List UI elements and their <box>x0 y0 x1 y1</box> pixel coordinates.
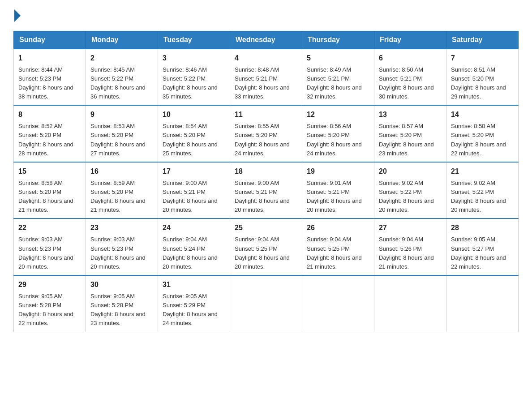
day-info: Sunrise: 9:03 AMSunset: 5:23 PMDaylight:… <box>90 236 146 270</box>
day-info: Sunrise: 8:57 AMSunset: 5:20 PMDaylight:… <box>379 123 434 156</box>
day-info: Sunrise: 8:58 AMSunset: 5:20 PMDaylight:… <box>18 180 73 213</box>
day-cell: 11 Sunrise: 8:55 AMSunset: 5:20 PMDaylig… <box>230 105 302 162</box>
day-cell: 13 Sunrise: 8:57 AMSunset: 5:20 PMDaylig… <box>374 105 446 162</box>
day-info: Sunrise: 8:52 AMSunset: 5:20 PMDaylight:… <box>18 123 73 156</box>
day-cell <box>374 275 446 332</box>
day-cell: 5 Sunrise: 8:49 AMSunset: 5:21 PMDayligh… <box>302 49 374 106</box>
day-cell: 7 Sunrise: 8:51 AMSunset: 5:20 PMDayligh… <box>446 49 519 106</box>
day-cell: 19 Sunrise: 9:01 AMSunset: 5:21 PMDaylig… <box>302 162 374 219</box>
day-number: 10 <box>163 109 225 120</box>
day-number: 13 <box>379 109 442 120</box>
day-number: 17 <box>163 166 225 177</box>
week-row-4: 22 Sunrise: 9:03 AMSunset: 5:23 PMDaylig… <box>14 218 519 275</box>
day-cell: 3 Sunrise: 8:46 AMSunset: 5:22 PMDayligh… <box>158 49 230 106</box>
day-info: Sunrise: 8:59 AMSunset: 5:20 PMDaylight:… <box>90 180 146 213</box>
day-info: Sunrise: 8:56 AMSunset: 5:20 PMDaylight:… <box>307 123 362 156</box>
day-number: 28 <box>451 223 514 233</box>
day-cell: 10 Sunrise: 8:54 AMSunset: 5:20 PMDaylig… <box>158 105 230 162</box>
day-number: 7 <box>451 53 514 64</box>
day-cell: 4 Sunrise: 8:48 AMSunset: 5:21 PMDayligh… <box>230 49 302 106</box>
day-cell: 15 Sunrise: 8:58 AMSunset: 5:20 PMDaylig… <box>14 162 86 219</box>
logo-triangle-icon <box>14 9 21 22</box>
day-number: 8 <box>18 109 81 120</box>
day-cell: 17 Sunrise: 9:00 AMSunset: 5:21 PMDaylig… <box>158 162 230 219</box>
day-cell: 20 Sunrise: 9:02 AMSunset: 5:22 PMDaylig… <box>374 162 446 219</box>
day-number: 26 <box>307 223 369 233</box>
day-cell: 25 Sunrise: 9:04 AMSunset: 5:25 PMDaylig… <box>230 218 302 275</box>
day-info: Sunrise: 9:04 AMSunset: 5:25 PMDaylight:… <box>307 236 362 270</box>
day-cell: 14 Sunrise: 8:58 AMSunset: 5:20 PMDaylig… <box>446 105 519 162</box>
day-cell <box>302 275 374 332</box>
day-number: 21 <box>451 166 514 177</box>
day-cell: 12 Sunrise: 8:56 AMSunset: 5:20 PMDaylig… <box>302 105 374 162</box>
day-cell <box>446 275 519 332</box>
day-info: Sunrise: 8:58 AMSunset: 5:20 PMDaylight:… <box>451 123 506 156</box>
day-info: Sunrise: 9:05 AMSunset: 5:27 PMDaylight:… <box>451 236 506 270</box>
day-number: 5 <box>307 53 369 64</box>
week-row-5: 29 Sunrise: 9:05 AMSunset: 5:28 PMDaylig… <box>14 275 519 332</box>
calendar-header-row: SundayMondayTuesdayWednesdayThursdayFrid… <box>14 31 519 49</box>
day-cell: 29 Sunrise: 9:05 AMSunset: 5:28 PMDaylig… <box>14 275 86 332</box>
logo <box>13 9 21 22</box>
day-info: Sunrise: 9:04 AMSunset: 5:26 PMDaylight:… <box>379 236 434 270</box>
day-cell: 22 Sunrise: 9:03 AMSunset: 5:23 PMDaylig… <box>14 218 86 275</box>
col-header-tuesday: Tuesday <box>158 31 230 49</box>
day-cell: 9 Sunrise: 8:53 AMSunset: 5:20 PMDayligh… <box>86 105 158 162</box>
day-cell: 30 Sunrise: 9:05 AMSunset: 5:28 PMDaylig… <box>86 275 158 332</box>
day-info: Sunrise: 8:46 AMSunset: 5:22 PMDaylight:… <box>163 66 218 100</box>
day-number: 31 <box>163 279 225 290</box>
day-info: Sunrise: 8:54 AMSunset: 5:20 PMDaylight:… <box>163 123 218 156</box>
week-row-3: 15 Sunrise: 8:58 AMSunset: 5:20 PMDaylig… <box>14 162 519 219</box>
day-cell: 6 Sunrise: 8:50 AMSunset: 5:21 PMDayligh… <box>374 49 446 106</box>
week-row-1: 1 Sunrise: 8:44 AMSunset: 5:23 PMDayligh… <box>14 49 519 106</box>
day-cell: 28 Sunrise: 9:05 AMSunset: 5:27 PMDaylig… <box>446 218 519 275</box>
day-info: Sunrise: 9:05 AMSunset: 5:28 PMDaylight:… <box>18 293 73 326</box>
day-cell: 2 Sunrise: 8:45 AMSunset: 5:22 PMDayligh… <box>86 49 158 106</box>
day-number: 15 <box>18 166 81 177</box>
day-cell: 24 Sunrise: 9:04 AMSunset: 5:24 PMDaylig… <box>158 218 230 275</box>
day-cell: 31 Sunrise: 9:05 AMSunset: 5:29 PMDaylig… <box>158 275 230 332</box>
day-info: Sunrise: 9:05 AMSunset: 5:29 PMDaylight:… <box>163 293 218 326</box>
day-cell: 16 Sunrise: 8:59 AMSunset: 5:20 PMDaylig… <box>86 162 158 219</box>
day-number: 27 <box>379 223 442 233</box>
col-header-wednesday: Wednesday <box>230 31 302 49</box>
day-number: 4 <box>235 53 297 64</box>
col-header-thursday: Thursday <box>302 31 374 49</box>
day-cell: 26 Sunrise: 9:04 AMSunset: 5:25 PMDaylig… <box>302 218 374 275</box>
day-number: 24 <box>163 223 225 233</box>
day-number: 25 <box>235 223 297 233</box>
day-number: 16 <box>90 166 153 177</box>
day-info: Sunrise: 8:50 AMSunset: 5:21 PMDaylight:… <box>379 66 434 100</box>
day-number: 18 <box>235 166 297 177</box>
day-number: 1 <box>18 53 81 64</box>
day-info: Sunrise: 9:04 AMSunset: 5:25 PMDaylight:… <box>235 236 290 270</box>
day-cell: 18 Sunrise: 9:00 AMSunset: 5:21 PMDaylig… <box>230 162 302 219</box>
day-number: 20 <box>379 166 442 177</box>
day-info: Sunrise: 8:53 AMSunset: 5:20 PMDaylight:… <box>90 123 146 156</box>
col-header-friday: Friday <box>374 31 446 49</box>
day-cell: 23 Sunrise: 9:03 AMSunset: 5:23 PMDaylig… <box>86 218 158 275</box>
day-info: Sunrise: 8:55 AMSunset: 5:20 PMDaylight:… <box>235 123 290 156</box>
day-cell <box>230 275 302 332</box>
day-number: 11 <box>235 109 297 120</box>
day-info: Sunrise: 8:49 AMSunset: 5:21 PMDaylight:… <box>307 66 362 100</box>
day-info: Sunrise: 9:00 AMSunset: 5:21 PMDaylight:… <box>235 180 290 213</box>
day-info: Sunrise: 9:01 AMSunset: 5:21 PMDaylight:… <box>307 180 362 213</box>
day-number: 30 <box>90 279 153 290</box>
day-info: Sunrise: 8:48 AMSunset: 5:21 PMDaylight:… <box>235 66 290 100</box>
day-number: 23 <box>90 223 153 233</box>
day-info: Sunrise: 9:05 AMSunset: 5:28 PMDaylight:… <box>90 293 146 326</box>
day-number: 19 <box>307 166 369 177</box>
day-cell: 27 Sunrise: 9:04 AMSunset: 5:26 PMDaylig… <box>374 218 446 275</box>
day-info: Sunrise: 9:00 AMSunset: 5:21 PMDaylight:… <box>163 180 218 213</box>
day-number: 29 <box>18 279 81 290</box>
calendar-table: SundayMondayTuesdayWednesdayThursdayFrid… <box>13 31 519 332</box>
day-number: 9 <box>90 109 153 120</box>
day-info: Sunrise: 9:02 AMSunset: 5:22 PMDaylight:… <box>451 180 506 213</box>
day-number: 3 <box>163 53 225 64</box>
day-number: 2 <box>90 53 153 64</box>
col-header-monday: Monday <box>86 31 158 49</box>
day-number: 22 <box>18 223 81 233</box>
day-info: Sunrise: 8:44 AMSunset: 5:23 PMDaylight:… <box>18 66 73 100</box>
day-info: Sunrise: 9:03 AMSunset: 5:23 PMDaylight:… <box>18 236 73 270</box>
